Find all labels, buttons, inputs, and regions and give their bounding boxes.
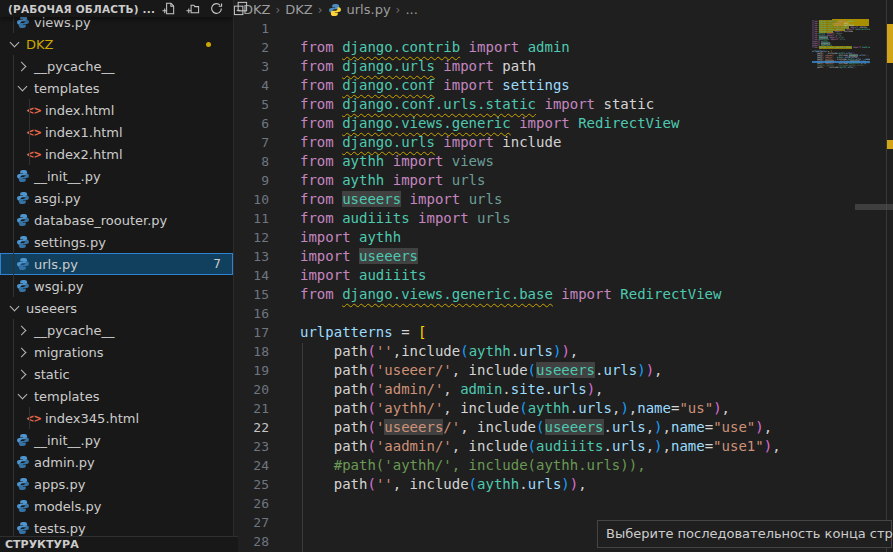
tree-indent-guide bbox=[13, 77, 14, 99]
code-line-19[interactable]: path('useeer/', include(useeers.urls)), bbox=[300, 361, 840, 380]
eol-tooltip: Выберите последовательность конца строки bbox=[597, 520, 892, 548]
code-line-14[interactable]: import audiiits bbox=[300, 266, 840, 285]
ruler-warning-mark bbox=[887, 140, 893, 149]
tree-item-label: index2.html bbox=[45, 147, 123, 162]
minimap[interactable]: from django.contrib import adminfrom dja… bbox=[812, 19, 870, 139]
line-number: 14 bbox=[234, 266, 290, 285]
tree-item-label: settings.py bbox=[34, 235, 106, 250]
tree-item-label: admin.py bbox=[34, 455, 95, 470]
breadcrumb-separator-icon: › bbox=[396, 3, 401, 17]
code-line-22[interactable]: path('useeers/', include(useeers.urls,),… bbox=[300, 418, 840, 437]
code-line-1[interactable] bbox=[300, 19, 840, 38]
tree-item-index.html[interactable]: <>index.html bbox=[0, 99, 233, 121]
tree-item-migrations[interactable]: migrations bbox=[0, 341, 233, 363]
breadcrumb-item[interactable]: DKZ bbox=[285, 2, 312, 17]
code-line-5[interactable]: from django.conf.urls.static import stat… bbox=[300, 95, 840, 114]
tree-item-__pycache__[interactable]: __pycache__ bbox=[0, 319, 233, 341]
tree-item-database_roouter.py[interactable]: database_roouter.py bbox=[0, 209, 233, 231]
code-line-7[interactable]: from django.urls import include bbox=[300, 133, 840, 152]
ruler-warning-mark bbox=[887, 24, 893, 63]
code-line-24[interactable]: #path('aythh/', include(aythh.urls)), bbox=[300, 456, 840, 475]
line-number: 22 bbox=[234, 418, 290, 437]
code-line-23[interactable]: path('aadmin/', include(audiiits.urls,),… bbox=[300, 437, 840, 456]
tree-item-label: tests.py bbox=[34, 521, 86, 536]
code-line-10[interactable]: from useeers import urls bbox=[300, 190, 840, 209]
tree-indent-guide bbox=[13, 429, 14, 451]
tree-item-index345.html[interactable]: <>index345.html bbox=[0, 407, 233, 429]
code-line-2[interactable]: from django.contrib import admin bbox=[300, 38, 840, 57]
tree-indent-guide bbox=[13, 407, 14, 429]
python-icon bbox=[328, 3, 342, 17]
code-line-3[interactable]: from django.urls import path bbox=[300, 57, 840, 76]
line-number: 23 bbox=[234, 437, 290, 456]
chevron-right-icon bbox=[17, 347, 27, 357]
python-icon bbox=[16, 455, 30, 469]
code-line-6[interactable]: from django.views.generic import Redirec… bbox=[300, 114, 840, 133]
code-line-15[interactable]: from django.views.generic.base import Re… bbox=[300, 285, 840, 304]
tree-item-models.py[interactable]: models.py bbox=[0, 495, 233, 517]
python-icon bbox=[16, 499, 30, 513]
python-icon bbox=[16, 521, 30, 535]
tree-item-index2.html[interactable]: <>index2.html bbox=[0, 143, 233, 165]
line-number: 12 bbox=[234, 228, 290, 247]
explorer-actions bbox=[161, 1, 248, 16]
tree-item-label: templates bbox=[34, 389, 99, 404]
code-line-16[interactable] bbox=[300, 304, 840, 323]
editor-pane[interactable]: DKZ›DKZ›urls.py›... 12345678910111213141… bbox=[234, 0, 893, 552]
tree-item-apps.py[interactable]: apps.py bbox=[0, 473, 233, 495]
tree-item-label: wsgi.py bbox=[34, 279, 83, 294]
code-line-4[interactable]: from django.conf import settings bbox=[300, 76, 840, 95]
tree-item-index1.html[interactable]: <>index1.html bbox=[0, 121, 233, 143]
refresh-icon[interactable] bbox=[209, 1, 224, 16]
code-line-26[interactable] bbox=[300, 494, 840, 513]
line-number: 3 bbox=[234, 57, 290, 76]
breadcrumb-item[interactable]: ... bbox=[405, 2, 417, 17]
new-file-icon[interactable] bbox=[161, 1, 176, 16]
tree-item-templates[interactable]: templates bbox=[0, 77, 233, 99]
line-number: 16 bbox=[234, 304, 290, 323]
code-line-18[interactable]: path('',include(aythh.urls)), bbox=[300, 342, 840, 361]
tree-item-admin.py[interactable]: admin.py bbox=[0, 451, 233, 473]
tree-item-settings.py[interactable]: settings.py bbox=[0, 231, 233, 253]
code-line-17[interactable]: urlpatterns = [ bbox=[300, 323, 840, 342]
python-icon bbox=[16, 213, 30, 227]
tree-item-templates[interactable]: templates bbox=[0, 385, 233, 407]
new-folder-icon[interactable] bbox=[185, 1, 200, 16]
tree-item-__pycache__[interactable]: __pycache__ bbox=[0, 55, 233, 77]
tree-item-asgi.py[interactable]: asgi.py bbox=[0, 187, 233, 209]
line-number: 21 bbox=[234, 399, 290, 418]
tree-item-__init__.py[interactable]: __init__.py bbox=[0, 165, 233, 187]
python-icon bbox=[16, 15, 30, 29]
chevron-down-icon bbox=[10, 38, 20, 48]
code-line-8[interactable]: from aythh import views bbox=[300, 152, 840, 171]
minimap-current-line bbox=[812, 61, 870, 63]
code-line-13[interactable]: import useeers bbox=[300, 247, 840, 266]
tree-item-__init__.py[interactable]: __init__.py bbox=[0, 429, 233, 451]
tree-item-label: models.py bbox=[34, 499, 101, 514]
tree-item-static[interactable]: static bbox=[0, 363, 233, 385]
tree-item-wsgi.py[interactable]: wsgi.py bbox=[0, 275, 233, 297]
tree-indent-guide bbox=[13, 451, 14, 473]
line-number: 25 bbox=[234, 475, 290, 494]
python-icon bbox=[16, 191, 30, 205]
tree-indent-guide bbox=[13, 363, 14, 385]
code-line-25[interactable]: path('', include(aythh.urls)), bbox=[300, 475, 840, 494]
tree-item-urls.py[interactable]: urls.py7 bbox=[0, 253, 233, 275]
tree-indent-guide bbox=[13, 231, 14, 253]
tree-indent-guide bbox=[13, 473, 14, 495]
tree-indent-guide bbox=[13, 99, 14, 121]
code-line-9[interactable]: from aythh import urls bbox=[300, 171, 840, 190]
collapse-all-icon[interactable] bbox=[233, 1, 248, 16]
outline-section-header[interactable]: СТРУКТУРА bbox=[0, 536, 238, 552]
code-line-20[interactable]: path('admin/', admin.site.urls), bbox=[300, 380, 840, 399]
tree-item-DKZ[interactable]: DKZ bbox=[0, 33, 233, 55]
explorer-section-header[interactable]: (РАБОЧАЯ ОБЛАСТЬ) ... bbox=[0, 0, 233, 17]
line-number: 5 bbox=[234, 95, 290, 114]
line-number: 15 bbox=[234, 285, 290, 304]
code-line-21[interactable]: path('aythh/', include(aythh.urls,),name… bbox=[300, 399, 840, 418]
tree-item-useeers[interactable]: useeers bbox=[0, 297, 233, 319]
python-icon bbox=[16, 279, 30, 293]
breadcrumb-item[interactable]: urls.py bbox=[347, 2, 391, 17]
code-line-11[interactable]: from audiiits import urls bbox=[300, 209, 840, 228]
code-line-12[interactable]: import aythh bbox=[300, 228, 840, 247]
